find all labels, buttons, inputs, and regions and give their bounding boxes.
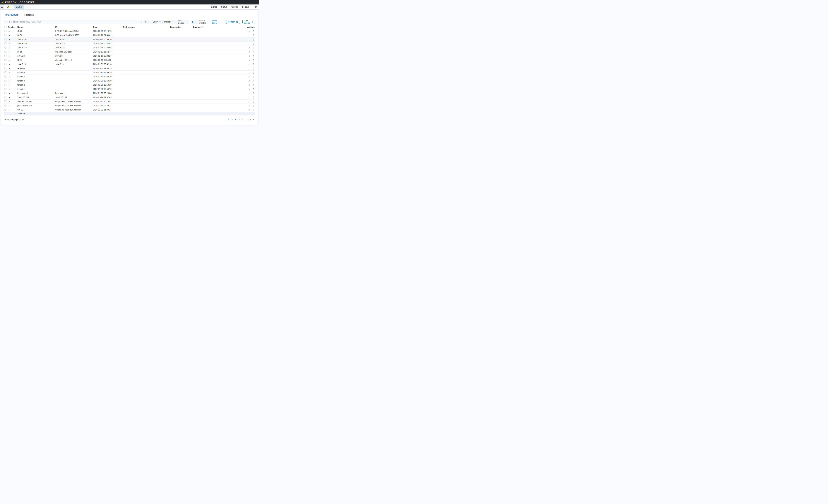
expand-row-icon[interactable] [8, 34, 10, 36]
edit-icon[interactable] [248, 38, 251, 41]
table-row[interactable]: WinDemoSOAR emprd-els-node-184.waw.lan 2… [4, 99, 255, 104]
tab-relations[interactable]: Relations [24, 13, 35, 18]
rows-per-page-selector[interactable]: Rows per page: 20 [4, 119, 24, 121]
delete-icon[interactable] [252, 59, 254, 61]
delete-icon[interactable] [252, 43, 254, 45]
edit-icon[interactable] [248, 43, 251, 45]
expand-row-icon[interactable] [8, 68, 10, 70]
nav-link-logout[interactable]: Logout [242, 6, 249, 8]
edit-icon[interactable] [248, 34, 251, 36]
row-checkbox[interactable] [4, 71, 6, 73]
table-row[interactable]: DI-55 els-node-180.local 2026-02-13 15:5… [4, 50, 255, 54]
delete-icon[interactable] [252, 38, 254, 41]
delete-icon[interactable] [252, 84, 254, 86]
select-all-checkbox[interactable] [4, 26, 6, 28]
row-checkbox[interactable] [4, 47, 6, 48]
date-range-value[interactable]: Last 6 months [199, 20, 212, 24]
expand-row-icon[interactable] [8, 100, 10, 102]
edit-icon[interactable] [248, 92, 251, 94]
pagination-page-5[interactable]: 5 [241, 118, 244, 121]
table-row[interactable]: CNC fe80::f8b8:f6be:ade0:975d 2026-02-23… [4, 29, 255, 33]
expand-row-icon[interactable] [8, 96, 10, 98]
row-checkbox[interactable] [4, 63, 6, 65]
expand-row-icon[interactable] [8, 63, 10, 65]
table-row[interactable]: 10.4.3.116 10.4.3.116 2026-02-14 00:32:0… [4, 46, 255, 50]
table-row[interactable]: 10.4.3.161 10.4.3.161 2026-02-14 00:33:1… [4, 37, 255, 42]
expand-row-icon[interactable] [8, 55, 10, 57]
row-checkbox[interactable] [4, 100, 6, 102]
filter-ip[interactable]: IP [143, 20, 151, 24]
row-checkbox[interactable] [4, 38, 6, 40]
edit-icon[interactable] [248, 88, 251, 90]
table-row[interactable]: tenant-3 2026-01-30 19:59:19 [4, 79, 255, 83]
expand-row-icon[interactable] [8, 88, 10, 90]
table-row[interactable]: 10.4.3.3 10.4.3.3 2026-02-10 22:32:27 [4, 54, 255, 58]
pagination-page-14[interactable]: 14 [248, 118, 251, 121]
table-row[interactable]: tenant-5 2026-01-30 19:59:19 [4, 71, 255, 75]
info-icon[interactable] [201, 26, 203, 28]
row-checkbox[interactable] [4, 55, 6, 57]
delete-icon[interactable] [252, 51, 254, 53]
row-checkbox[interactable] [4, 67, 6, 69]
expand-row-icon[interactable] [8, 38, 10, 40]
filter-origin[interactable]: Origin [151, 20, 163, 24]
expand-row-icon[interactable] [8, 47, 10, 49]
edit-icon[interactable] [248, 55, 251, 57]
pagination-page-1[interactable]: 1 [227, 118, 230, 121]
expand-row-icon[interactable] [8, 105, 10, 107]
row-checkbox[interactable] [4, 30, 6, 32]
edit-icon[interactable] [248, 59, 251, 61]
delete-icon[interactable] [252, 72, 254, 74]
delete-icon[interactable] [252, 68, 254, 70]
pagination-page-4[interactable]: 4 [238, 118, 241, 121]
row-checkbox[interactable] [4, 51, 6, 53]
expand-row-icon[interactable] [8, 43, 10, 45]
date-picker-button[interactable] [191, 20, 198, 24]
expand-row-icon[interactable] [8, 51, 10, 53]
delete-icon[interactable] [252, 76, 254, 78]
expand-row-icon[interactable] [8, 92, 10, 94]
search-input[interactable] [9, 21, 140, 23]
table-row[interactable]: 10.42.80.189 10.42.80.189 2026-01-29 21:… [4, 95, 255, 99]
table-row[interactable]: DI-37 els-node-180.local 2026-02-10 11:3… [4, 58, 255, 62]
delete-icon[interactable] [252, 96, 254, 98]
edit-icon[interactable] [248, 68, 251, 70]
nav-link-cluster[interactable]: Cluster [231, 6, 238, 8]
row-checkbox[interactable] [4, 109, 6, 111]
row-checkbox[interactable] [4, 34, 6, 36]
edit-icon[interactable] [248, 72, 251, 74]
delete-icon[interactable] [252, 63, 254, 66]
edit-icon[interactable] [248, 76, 251, 78]
search-box[interactable] [4, 20, 141, 24]
table-row[interactable]: DI-56 fe80::d3e9:1505:3d51:f538 2026-02-… [4, 33, 255, 37]
expand-row-icon[interactable] [8, 30, 10, 32]
row-checkbox[interactable] [4, 76, 6, 78]
expand-row-icon[interactable] [8, 80, 10, 82]
filter-risk-groups[interactable]: Risk groups [176, 20, 189, 24]
edit-icon[interactable] [248, 51, 251, 53]
next-page-button[interactable] [252, 118, 255, 121]
edit-icon[interactable] [248, 100, 251, 103]
table-row[interactable]: jkasperczak_lab emprd-els-node-185.waw.l… [4, 104, 255, 108]
show-dates-link[interactable]: Show dates [212, 20, 222, 24]
row-checkbox[interactable] [4, 80, 6, 82]
row-checkbox[interactable] [4, 104, 6, 107]
delete-icon[interactable] [252, 100, 254, 103]
edit-icon[interactable] [248, 96, 251, 98]
edit-icon[interactable] [248, 30, 251, 32]
row-checkbox[interactable] [4, 96, 6, 98]
delete-icon[interactable] [252, 105, 254, 107]
row-checkbox[interactable] [4, 92, 6, 94]
help-button[interactable] [253, 4, 259, 9]
table-row[interactable]: DK-09 emprd-els-node-184.waw.lan 2025-12… [4, 108, 255, 112]
delete-icon[interactable] [252, 47, 254, 49]
filter-pipeline[interactable]: Pipeline [163, 20, 176, 24]
edit-icon[interactable] [248, 109, 251, 111]
menu-button[interactable] [0, 4, 4, 9]
table-row[interactable]: 10.4.3.144 10.4.3.144 2026-02-14 00:32:5… [4, 42, 255, 46]
pagination-page-2[interactable]: 2 [231, 118, 234, 121]
table-row[interactable]: tenant-1 2026-01-30 19:59:19 [4, 87, 255, 91]
edit-icon[interactable] [248, 84, 251, 86]
expand-row-icon[interactable] [8, 109, 10, 111]
delete-icon[interactable] [252, 80, 254, 82]
